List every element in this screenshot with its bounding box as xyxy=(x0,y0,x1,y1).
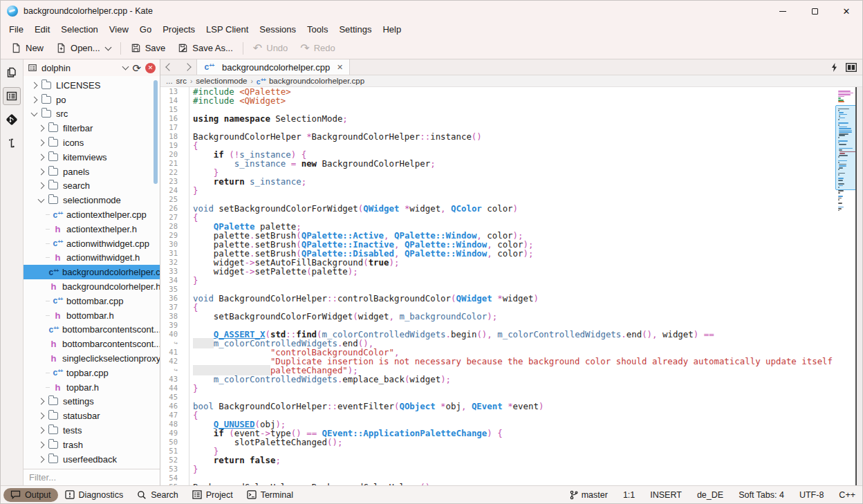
tree-folder-selectionmode[interactable]: selectionmode xyxy=(24,193,160,207)
code-line-23[interactable]: 23 return s_instance; xyxy=(160,177,862,186)
tree-file-backgroundcolorhelper-c[interactable]: c++backgroundcolorhelper.c... xyxy=(24,265,160,279)
tree-file-actiontexthelper-cpp[interactable]: c++actiontexthelper.cpp xyxy=(24,207,160,222)
code-line-34[interactable]: 34} xyxy=(160,276,862,285)
tree-file-singleclickselectionproxy[interactable]: hsingleclickselectionproxy... xyxy=(24,351,160,366)
code-line-16[interactable]: 16using namespace SelectionMode; xyxy=(160,114,862,123)
code-line-50[interactable]: 50 slotPaletteChanged(); xyxy=(160,438,862,447)
breadcrumb-file[interactable]: backgroundcolorhelper.cpp xyxy=(269,77,364,85)
code-editor[interactable]: 13#include <QPalette>14#include <QWidget… xyxy=(160,87,862,485)
menu-settings[interactable]: Settings xyxy=(333,23,377,36)
code-line-26[interactable]: 26void setBackgroundColorForWidget(QWidg… xyxy=(160,204,862,213)
chevron-right-icon[interactable] xyxy=(38,427,45,434)
chevron-right-icon[interactable] xyxy=(38,413,45,420)
tree-folder-filterbar[interactable]: filterbar xyxy=(24,121,160,136)
chevron-right-icon[interactable] xyxy=(38,153,45,160)
chevron-right-icon[interactable] xyxy=(38,125,45,132)
nav-forward-button[interactable] xyxy=(178,59,196,75)
tree-folder-panels[interactable]: panels xyxy=(24,165,160,179)
menu-help[interactable]: Help xyxy=(377,23,407,36)
code-line-46[interactable]: 46bool BackgroundColorHelper::eventFilte… xyxy=(160,402,862,411)
tree-folder-kitemviews[interactable]: kitemviews xyxy=(24,150,160,165)
tree-folder-icons[interactable]: icons xyxy=(24,136,160,150)
tree-file-actiontexthelper-h[interactable]: hactiontexthelper.h xyxy=(24,222,160,236)
chevron-right-icon[interactable] xyxy=(31,82,38,88)
save-as-button[interactable]: Save As... xyxy=(171,39,239,57)
menu-go[interactable]: Go xyxy=(134,23,157,36)
minimap-scrollbar[interactable] xyxy=(837,91,855,478)
chevron-down-icon[interactable] xyxy=(38,196,45,203)
menu-projects[interactable]: Projects xyxy=(157,23,201,36)
filter-input[interactable]: Filter... xyxy=(24,469,160,485)
menu-view[interactable]: View xyxy=(104,23,134,36)
menu-edit[interactable]: Edit xyxy=(29,23,55,36)
code-line-53[interactable]: 53} xyxy=(160,465,862,474)
tree-folder-userfeedback[interactable]: userfeedback xyxy=(24,452,160,467)
chevron-right-icon[interactable] xyxy=(38,441,45,448)
search-panel-button[interactable]: Search xyxy=(130,488,185,502)
tree-folder-licenses[interactable]: LICENSES xyxy=(24,78,160,93)
tree-file-bottombarcontentscont[interactable]: c++bottombarcontentscont... xyxy=(24,323,160,337)
chevron-right-icon[interactable] xyxy=(31,96,38,103)
menu-sessions[interactable]: Sessions xyxy=(254,23,301,36)
tree-folder-po[interactable]: po xyxy=(24,93,160,107)
tree-file-topbar-cpp[interactable]: c++topbar.cpp xyxy=(24,366,160,380)
tree-file-topbar-h[interactable]: htopbar.h xyxy=(24,380,160,395)
cursor-position-status[interactable]: 1:1 xyxy=(623,490,635,500)
diagnostics-panel-button[interactable]: Diagnostics xyxy=(58,488,131,502)
code-line-33[interactable]: 33 widget->setPalette(palette); xyxy=(160,267,862,276)
output-panel-button[interactable]: Output xyxy=(3,488,58,502)
chevron-right-icon[interactable] xyxy=(38,456,45,463)
menu-tools[interactable]: Tools xyxy=(301,23,333,36)
tree-file-bottombarcontentscont[interactable]: hbottombarcontentscont... xyxy=(24,337,160,351)
nav-back-button[interactable] xyxy=(160,59,178,75)
chevron-right-icon[interactable] xyxy=(38,183,45,189)
chevron-right-icon[interactable] xyxy=(38,168,45,175)
code-line-38[interactable]: 38 setBackgroundColorForWidget(widget, m… xyxy=(160,312,862,321)
code-line-18[interactable]: 18BackgroundColorHelper *BackgroundColor… xyxy=(160,132,862,141)
tree-file-actionwithwidget-cpp[interactable]: c++actionwithwidget.cpp xyxy=(24,236,160,251)
breadcrumb-overflow[interactable]: ... xyxy=(166,77,173,85)
tree-file-backgroundcolorhelper-h[interactable]: hbackgroundcolorhelper.h xyxy=(24,279,160,294)
undo-button[interactable]: ↶ Undo xyxy=(247,39,294,57)
chevron-right-icon[interactable] xyxy=(38,398,45,405)
encoding-status[interactable]: UTF-8 xyxy=(799,490,824,500)
dictionary-status[interactable]: de_DE xyxy=(697,490,723,500)
tree-folder-search[interactable]: search xyxy=(24,179,160,194)
breadcrumb-selectionmode[interactable]: selectionmode xyxy=(196,77,247,85)
code-line-14[interactable]: 14#include <QWidget> xyxy=(160,96,862,105)
open-dropdown-chevron-icon[interactable] xyxy=(104,44,111,50)
close-project-icon[interactable]: ✕ xyxy=(145,63,156,73)
code-line-44[interactable]: 44} xyxy=(160,384,862,393)
menu-selection[interactable]: Selection xyxy=(55,23,103,36)
code-line-36[interactable]: 36void BackgroundColorHelper::controlBac… xyxy=(160,294,862,303)
git-sidebar-button[interactable] xyxy=(3,111,21,129)
new-button[interactable]: New xyxy=(5,39,50,57)
tree-folder-trash[interactable]: trash xyxy=(24,438,160,452)
chevron-right-icon[interactable] xyxy=(38,140,45,147)
code-line-43[interactable]: 43 m_colorControlledWidgets.emplace_back… xyxy=(160,375,862,384)
project-selector-chevron-icon[interactable] xyxy=(122,64,129,71)
tree-folder-settings[interactable]: settings xyxy=(24,395,160,409)
redo-button[interactable]: ↷ Redo xyxy=(294,39,341,57)
tree-folder-statusbar[interactable]: statusbar xyxy=(24,409,160,423)
projects-sidebar-button[interactable] xyxy=(3,87,21,105)
split-view-icon[interactable] xyxy=(846,63,857,72)
code-line-24[interactable]: 24} xyxy=(160,186,862,195)
code-line-52[interactable]: 52 return false; xyxy=(160,456,862,465)
minimize-button[interactable] xyxy=(767,1,799,21)
close-button[interactable]: ✕ xyxy=(830,1,862,21)
git-branch-status[interactable]: master xyxy=(570,490,608,500)
maximize-button[interactable] xyxy=(799,1,830,21)
chevron-down-icon[interactable] xyxy=(31,110,38,117)
code-line-21[interactable]: 21 s_instance = new BackgroundColorHelpe… xyxy=(160,159,862,168)
indentation-status[interactable]: Soft Tabs: 4 xyxy=(739,490,784,500)
documents-sidebar-button[interactable] xyxy=(3,64,21,82)
input-mode-status[interactable]: INSERT xyxy=(650,490,682,500)
open-button[interactable]: Open... xyxy=(50,39,117,57)
tab-backgroundcolorhelper[interactable]: c++ backgroundcolorhelper.cpp ✕ xyxy=(196,59,350,75)
language-status[interactable]: C++ xyxy=(839,490,855,500)
tab-close-icon[interactable]: ✕ xyxy=(337,63,343,72)
menu-file[interactable]: File xyxy=(3,23,29,36)
tree-file-bottombar-h[interactable]: hbottombar.h xyxy=(24,308,160,323)
tree-folder-src[interactable]: src xyxy=(24,107,160,122)
